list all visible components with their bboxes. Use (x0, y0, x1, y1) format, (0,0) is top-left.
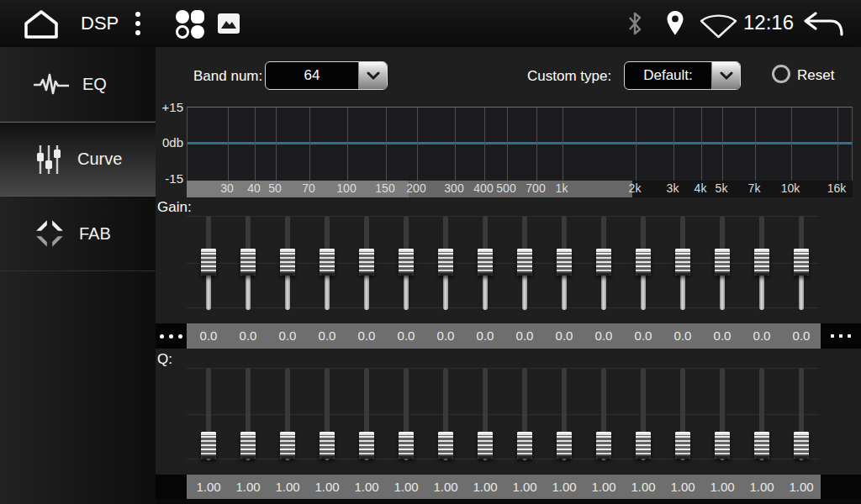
bottom-strip (156, 499, 861, 504)
gain-slider-14[interactable] (714, 216, 731, 310)
reset-label[interactable]: Reset (797, 67, 834, 84)
sidebar-item-fab[interactable]: FAB (0, 197, 156, 271)
custom-type-dropdown[interactable]: Default: (624, 61, 741, 90)
slider-knob[interactable] (557, 249, 572, 276)
q-slider-16[interactable] (793, 368, 810, 460)
slider-knob[interactable] (517, 249, 532, 276)
slider-knob[interactable] (754, 432, 769, 459)
gain-slider-9[interactable] (516, 216, 533, 310)
gain-slider-10[interactable] (556, 216, 573, 310)
gain-slider-2[interactable] (240, 216, 256, 310)
slider-knob[interactable] (754, 249, 769, 276)
q-slider-15[interactable] (753, 368, 770, 460)
slider-knob[interactable] (478, 249, 493, 276)
q-slider-7[interactable] (437, 368, 454, 460)
slider-knob[interactable] (399, 432, 414, 459)
gain-slider-6[interactable] (398, 216, 415, 310)
q-slider-3[interactable] (279, 368, 296, 460)
freq-label: 70 (292, 181, 325, 195)
gain-more-right-button[interactable] (821, 323, 861, 349)
slider-knob[interactable] (596, 432, 611, 459)
slider-knob[interactable] (478, 432, 493, 459)
gain-slider-11[interactable] (595, 216, 612, 310)
slider-knob[interactable] (675, 249, 690, 276)
gain-slider-7[interactable] (437, 216, 454, 310)
slider-knob[interactable] (557, 432, 572, 459)
sidebar-item-eq[interactable]: EQ (0, 47, 156, 122)
q-slider-4[interactable] (319, 368, 335, 460)
q-slider-14[interactable] (714, 368, 731, 460)
slider-knob[interactable] (240, 249, 256, 276)
gain-slider-13[interactable] (674, 216, 691, 310)
slider-knob[interactable] (596, 249, 611, 276)
gallery-icon[interactable] (217, 13, 240, 34)
gain-value: 0.0 (666, 328, 700, 343)
q-value: 1.00 (587, 480, 621, 494)
home-icon[interactable] (18, 8, 64, 39)
slider-knob[interactable] (280, 249, 295, 276)
reset-radio[interactable] (772, 65, 790, 83)
gain-slider-16[interactable] (793, 216, 810, 310)
slider-knob[interactable] (636, 432, 651, 459)
sidebar-item-curve[interactable]: Curve (0, 122, 156, 197)
gain-slider-3[interactable] (279, 216, 296, 310)
q-slider-8[interactable] (477, 368, 494, 460)
slider-track-lower (641, 272, 646, 310)
slider-knob[interactable] (359, 432, 374, 459)
slider-knob[interactable] (438, 432, 453, 459)
chevron-down-icon[interactable] (358, 62, 387, 89)
apps-clover-icon[interactable] (174, 8, 206, 40)
overflow-menu-icon[interactable] (135, 11, 141, 36)
slider-knob[interactable] (399, 249, 414, 276)
slider-knob[interactable] (715, 432, 730, 459)
slider-knob[interactable] (517, 432, 532, 459)
slider-track-lower (285, 272, 290, 310)
q-slider-9[interactable] (516, 368, 533, 460)
freq-label: 150 (368, 181, 402, 195)
gain-value: 0.0 (784, 328, 818, 343)
slider-knob[interactable] (240, 432, 256, 459)
slider-knob[interactable] (201, 249, 216, 276)
q-slider-10[interactable] (556, 368, 573, 460)
gain-slider-4[interactable] (319, 216, 335, 310)
slider-knob[interactable] (359, 249, 374, 276)
slider-knob[interactable] (438, 249, 453, 276)
gain-slider-15[interactable] (753, 216, 770, 310)
gain-slider-8[interactable] (477, 216, 494, 310)
band-num-dropdown[interactable]: 64 (265, 61, 388, 90)
freq-label: 500 (489, 181, 523, 195)
q-slider-5[interactable] (358, 368, 375, 460)
slider-knob[interactable] (715, 249, 730, 276)
slider-knob[interactable] (280, 432, 295, 459)
q-slider-12[interactable] (635, 368, 652, 460)
slider-knob[interactable] (320, 249, 335, 276)
slider-knob[interactable] (636, 249, 651, 276)
q-slider-1[interactable] (200, 368, 217, 460)
gain-slider-1[interactable] (200, 216, 217, 310)
freq-label: 10k (774, 181, 807, 195)
slider-knob[interactable] (201, 432, 216, 459)
gain-value: 0.0 (468, 328, 502, 343)
gain-more-left-button[interactable] (156, 323, 187, 349)
slider-knob[interactable] (320, 432, 335, 459)
plot-gridline (722, 108, 723, 181)
gain-value: 0.0 (389, 328, 423, 343)
q-slider-6[interactable] (398, 368, 415, 460)
gain-slider-12[interactable] (635, 216, 652, 310)
q-slider-11[interactable] (595, 368, 612, 460)
sidebar: EQ Curve FAB (0, 47, 156, 504)
chevron-down-icon[interactable] (711, 62, 740, 89)
gain-slider-5[interactable] (358, 216, 375, 310)
slider-track-lower (246, 272, 251, 310)
slider-track-lower (404, 272, 409, 310)
slider-knob[interactable] (794, 432, 809, 459)
sidebar-item-label: Curve (77, 150, 122, 169)
q-value: 1.00 (429, 480, 462, 494)
slider-knob[interactable] (794, 249, 809, 276)
freq-label: 7k (737, 181, 771, 195)
back-icon[interactable] (802, 11, 846, 38)
slider-knob[interactable] (675, 432, 690, 459)
gain-value: 0.0 (192, 328, 225, 343)
q-slider-2[interactable] (240, 368, 256, 460)
q-slider-13[interactable] (674, 368, 691, 460)
